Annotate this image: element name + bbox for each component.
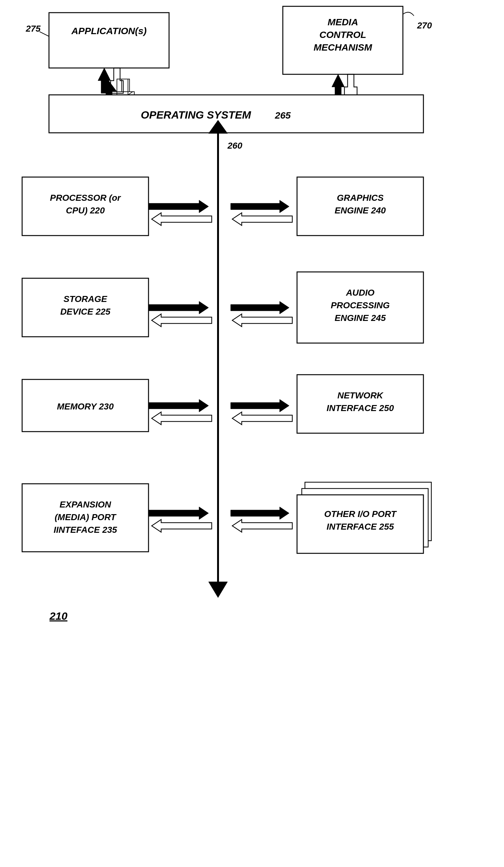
svg-text:STORAGE: STORAGE — [64, 294, 108, 304]
svg-marker-63 — [152, 520, 212, 532]
svg-marker-21 — [209, 582, 228, 598]
svg-rect-23 — [22, 177, 149, 236]
svg-rect-59 — [297, 495, 424, 553]
svg-marker-29 — [149, 200, 209, 213]
svg-rect-46 — [297, 375, 424, 433]
svg-text:PROCESSING: PROCESSING — [331, 300, 390, 310]
svg-text:260: 260 — [227, 141, 242, 150]
svg-text:IINTEFACE 235: IINTEFACE 235 — [54, 525, 117, 535]
svg-rect-26 — [297, 177, 424, 236]
svg-text:OTHER I/O PORT: OTHER I/O PORT — [324, 509, 397, 519]
svg-text:CONTROL: CONTROL — [319, 29, 366, 40]
svg-text:275: 275 — [25, 24, 41, 33]
svg-line-3 — [40, 32, 49, 36]
svg-rect-44 — [22, 379, 149, 431]
svg-text:270: 270 — [417, 21, 432, 30]
svg-text:MECHANISM: MECHANISM — [314, 42, 373, 53]
svg-marker-42 — [231, 301, 289, 314]
svg-text:OPERATING SYSTEM: OPERATING SYSTEM — [141, 109, 252, 121]
svg-marker-65 — [232, 520, 292, 532]
svg-marker-11 — [117, 79, 134, 98]
svg-text:MEMORY 230: MEMORY 230 — [57, 402, 114, 411]
svg-marker-40 — [149, 301, 209, 314]
svg-text:NETWORK: NETWORK — [338, 390, 384, 400]
svg-text:(MEDIA) PORT: (MEDIA) PORT — [55, 512, 117, 522]
svg-rect-4 — [283, 6, 403, 74]
svg-marker-20 — [209, 120, 228, 133]
svg-text:MEDIA: MEDIA — [328, 17, 358, 27]
svg-text:ENGINE 240: ENGINE 240 — [335, 205, 386, 215]
svg-marker-41 — [152, 314, 212, 327]
svg-rect-33 — [22, 278, 149, 337]
svg-text:210: 210 — [49, 610, 68, 622]
diagram-container: APPLICATION(s) 275 MEDIA CONTROL MECHANI… — [0, 0, 504, 867]
svg-text:EXPANSION: EXPANSION — [60, 500, 111, 510]
svg-marker-51 — [231, 399, 289, 412]
svg-marker-32 — [232, 213, 292, 225]
svg-marker-9 — [101, 79, 117, 98]
svg-marker-15 — [344, 74, 357, 98]
svg-rect-58 — [302, 489, 428, 547]
svg-text:CPU) 220: CPU) 220 — [66, 205, 105, 215]
svg-rect-57 — [305, 482, 431, 541]
svg-text:PROCESSOR (or: PROCESSOR (or — [50, 193, 121, 203]
svg-rect-0 — [49, 13, 169, 68]
svg-text:APPLICATION(s): APPLICATION(s) — [71, 25, 146, 36]
svg-marker-62 — [149, 507, 209, 520]
svg-marker-13 — [111, 68, 123, 93]
svg-marker-10 — [117, 79, 133, 98]
svg-marker-49 — [149, 399, 209, 412]
svg-marker-12 — [98, 68, 111, 93]
svg-text:INTERFACE 255: INTERFACE 255 — [326, 522, 394, 532]
svg-text:GRAPHICS: GRAPHICS — [337, 193, 384, 203]
svg-text:AUDIO: AUDIO — [346, 288, 374, 298]
svg-text:INTERFACE 250: INTERFACE 250 — [326, 403, 394, 413]
svg-text:DEVICE 225: DEVICE 225 — [61, 307, 111, 317]
svg-text:265: 265 — [275, 110, 291, 120]
svg-rect-53 — [22, 484, 149, 552]
svg-marker-14 — [332, 74, 344, 98]
svg-marker-43 — [232, 314, 292, 327]
svg-marker-30 — [152, 213, 212, 225]
svg-text:ENGINE 245: ENGINE 245 — [335, 313, 386, 323]
svg-rect-36 — [297, 272, 424, 343]
svg-marker-64 — [231, 507, 289, 520]
svg-rect-16 — [49, 95, 424, 133]
svg-marker-50 — [152, 412, 212, 425]
svg-marker-52 — [232, 412, 292, 425]
svg-marker-31 — [231, 200, 289, 213]
